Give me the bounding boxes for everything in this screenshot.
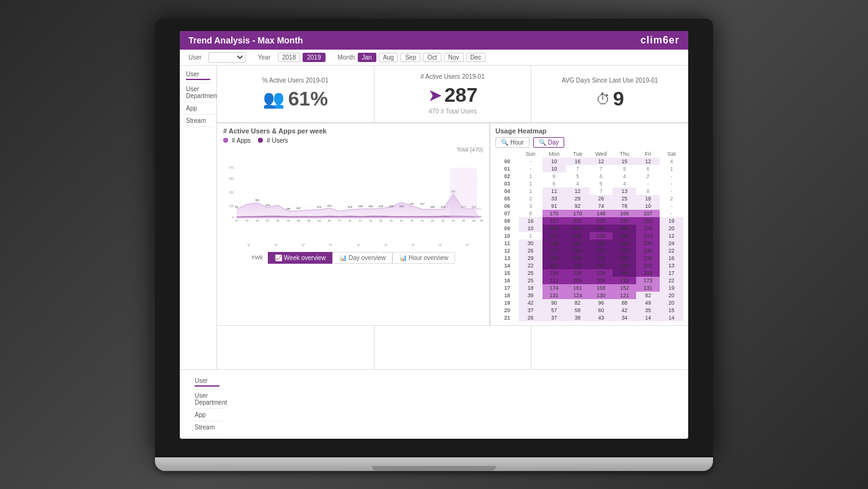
svg-text:20: 20 xyxy=(328,218,331,222)
heatmap-col-sat: Sat xyxy=(660,150,683,158)
svg-text:213: 213 xyxy=(441,205,446,208)
month-dec-btn[interactable]: Dec xyxy=(466,53,486,62)
heatmap-data-cell: 161 xyxy=(566,284,590,292)
heatmap-data-cell: 42 xyxy=(613,307,636,314)
heatmap-hour-cell: 05 xyxy=(495,195,519,202)
heatmap-data-cell: 78 xyxy=(613,202,636,210)
svg-text:21: 21 xyxy=(390,218,393,222)
tab-day-overview[interactable]: 📊 Day overview xyxy=(332,252,392,264)
month-jan-btn[interactable]: Jan xyxy=(358,53,376,62)
lower-content xyxy=(217,326,688,369)
heatmap-data-cell: 25 xyxy=(519,277,542,284)
month-aug-btn[interactable]: Aug xyxy=(379,53,399,62)
heatmap-hour-label: Hour xyxy=(510,139,524,146)
heatmap-data-cell: 234 xyxy=(542,269,566,277)
brand-logo: clim6er xyxy=(640,35,680,46)
heatmap-data-cell: 22 xyxy=(660,277,683,284)
heatmap-data-cell: 6 xyxy=(636,165,660,173)
legend-apps: # Apps xyxy=(223,137,250,144)
svg-text:350: 350 xyxy=(229,177,234,181)
arrow-icon: ➤ xyxy=(428,85,442,105)
heatmap-hour-cell: 02 xyxy=(495,173,519,180)
heatmap-row: 01·1077961 xyxy=(495,165,683,173)
heatmap-data-cell: 39 xyxy=(519,292,542,299)
tab-week-overview[interactable]: 📈 Week overview xyxy=(268,252,332,264)
heatmap-data-cell: 222 xyxy=(636,262,660,269)
heatmap-data-cell: 257 xyxy=(542,247,566,254)
heatmap-data-cell: 124 xyxy=(566,292,590,299)
svg-text:200: 200 xyxy=(229,191,234,194)
bottom-filter-dept[interactable]: User Department xyxy=(191,390,223,409)
right-content: % Active Users 2019-01 👥 61% # Active Us… xyxy=(217,66,688,369)
heatmap-day-label: Day xyxy=(548,139,559,146)
heatmap-data-cell: 170 xyxy=(566,210,590,217)
svg-text:21: 21 xyxy=(348,218,352,222)
heatmap-data-cell: 4 xyxy=(613,173,636,180)
heatmap-data-cell: 231 xyxy=(566,217,590,225)
kpi-active-pct: % Active Users 2019-01 👥 61% xyxy=(217,66,374,123)
heatmap-data-cell: 96 xyxy=(590,299,613,307)
heatmap-data-cell: 43 xyxy=(590,314,613,321)
heatmap-data-cell: 209 xyxy=(636,269,660,277)
heatmap-row: 0316454·· xyxy=(495,180,683,187)
svg-text:17: 17 xyxy=(339,218,342,222)
heatmap-header-row: Sun Mon Tue Wed Thu Fri Sat xyxy=(495,150,683,158)
month-nov-btn[interactable]: Nov xyxy=(444,53,464,62)
heatmap-data-cell: 58 xyxy=(566,307,590,314)
year-2018-btn[interactable]: 2018 xyxy=(278,53,300,62)
year-2019-btn[interactable]: 2019 xyxy=(303,53,325,62)
bottom-filter-user[interactable]: User xyxy=(191,375,223,390)
chart-legend: # Apps # Users xyxy=(223,137,483,144)
month-oct-btn[interactable]: Oct xyxy=(423,53,441,62)
heatmap-hour-cell: 06 xyxy=(495,202,519,210)
heatmap-data-cell: 35 xyxy=(636,307,660,314)
svg-rect-30 xyxy=(450,168,477,218)
legend-users: # Users xyxy=(258,137,288,144)
heatmap-data-cell: 6 xyxy=(519,210,542,217)
month-sep-btn[interactable]: Sep xyxy=(401,53,420,62)
heatmap-data-cell: 10 xyxy=(542,158,566,165)
heatmap-data-cell: 250 xyxy=(613,225,636,232)
heatmap-data-cell: 60 xyxy=(590,307,613,314)
heatmap-data-cell: · xyxy=(660,173,683,180)
heatmap-data-cell: 174 xyxy=(542,284,566,292)
bottom-filters-row: User User Department App Stream xyxy=(180,369,688,439)
heatmap-data-cell: 14 xyxy=(636,314,660,321)
filter-user[interactable]: User xyxy=(182,68,214,83)
heatmap-data-cell: 260 xyxy=(566,254,590,262)
heatmap-row: 2037575860423515 xyxy=(495,307,683,314)
heatmap-data-cell: 82 xyxy=(636,292,660,299)
heatmap-data-cell: 1 xyxy=(519,173,542,180)
page-title: Trend Analysis - Max Month xyxy=(188,35,303,45)
bottom-filter-stream[interactable]: Stream xyxy=(191,421,223,434)
heatmap-day-btn[interactable]: 🔍 Day xyxy=(533,137,565,148)
filter-app[interactable]: App xyxy=(182,102,214,115)
heatmap-data-cell: 258 xyxy=(613,262,636,269)
filter-user-dept[interactable]: User Department xyxy=(182,83,214,102)
bottom-filter-app[interactable]: App xyxy=(191,409,223,421)
heatmap-controls: 🔍 Hour 🔍 Day xyxy=(495,137,683,148)
heatmap-data-cell: 15 xyxy=(613,158,636,165)
tab-hour-overview[interactable]: 📊 Hour overview xyxy=(392,252,455,264)
kpi-count-row: ➤ 287 xyxy=(428,84,477,107)
laptop-screen: Trend Analysis - Max Month clim6er User … xyxy=(180,31,688,439)
heatmap-hour-cell: 09 xyxy=(495,225,519,232)
user-filter-label: User xyxy=(188,54,206,61)
heatmap-data-cell: 246 xyxy=(590,225,613,232)
svg-text:202: 202 xyxy=(368,205,373,208)
heatmap-hour-cell: 01 xyxy=(495,165,519,173)
heatmap-col-tue: Tue xyxy=(566,150,590,158)
heatmap-data-cell: 1 xyxy=(519,180,542,187)
heatmap-data-cell: 16 xyxy=(519,217,542,225)
heatmap-hour-cell: 13 xyxy=(495,254,519,262)
heatmap-data-cell: 12 xyxy=(590,158,613,165)
lower-section xyxy=(217,326,688,369)
filter-stream[interactable]: Stream xyxy=(182,115,214,127)
heatmap-hour-btn[interactable]: 🔍 Hour xyxy=(495,137,529,148)
user-filter-select[interactable] xyxy=(208,52,246,63)
svg-text:210: 210 xyxy=(399,204,404,207)
svg-text:24: 24 xyxy=(472,218,476,222)
heatmap-row: 162521120520821017322 xyxy=(495,277,683,284)
clock-icon: ⏱ xyxy=(596,91,611,108)
lower-panel-2 xyxy=(374,326,532,369)
